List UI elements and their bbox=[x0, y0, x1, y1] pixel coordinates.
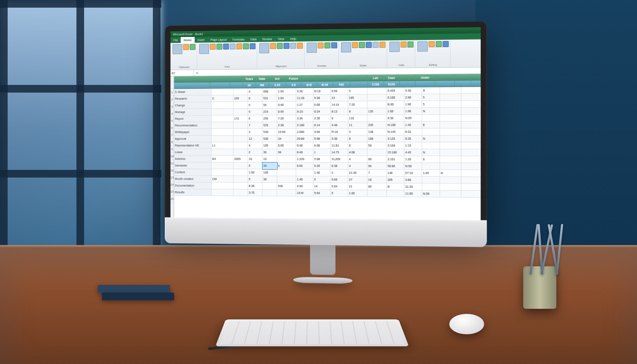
cell[interactable]: 525 bbox=[262, 122, 277, 129]
cell[interactable]: 4 bbox=[248, 142, 262, 149]
row-label[interactable]: Documentation bbox=[174, 182, 211, 189]
cell[interactable]: 1:27 bbox=[296, 102, 313, 108]
cell[interactable]: N bbox=[422, 149, 440, 156]
tab-view[interactable]: View bbox=[275, 36, 287, 42]
cell[interactable]: CM bbox=[211, 176, 234, 183]
cell[interactable] bbox=[211, 169, 234, 176]
cell[interactable]: 0:60 bbox=[296, 163, 313, 169]
cell[interactable] bbox=[234, 109, 248, 116]
cell[interactable] bbox=[461, 156, 481, 163]
column-header[interactable]: C138 bbox=[368, 81, 383, 87]
cell[interactable]: 3:36 bbox=[296, 115, 313, 122]
tab-file[interactable]: File bbox=[170, 37, 180, 43]
cell[interactable]: 6:08 bbox=[313, 142, 331, 149]
column-header[interactable] bbox=[210, 76, 230, 82]
row-header[interactable]: 9 bbox=[170, 146, 174, 153]
ribbon-button-icon[interactable] bbox=[417, 41, 428, 52]
cell[interactable] bbox=[234, 189, 248, 196]
cell[interactable]: 2:30 bbox=[313, 115, 331, 122]
ribbon-button-icon[interactable] bbox=[270, 43, 276, 49]
column-header[interactable] bbox=[230, 76, 243, 82]
cell[interactable] bbox=[440, 183, 461, 191]
ribbon-button-icon[interactable] bbox=[290, 43, 296, 49]
table-row[interactable]: Report17262567:203:362:3001189:36N:05 bbox=[174, 114, 481, 122]
cell[interactable] bbox=[277, 169, 296, 176]
cell[interactable]: 8 bbox=[422, 156, 440, 163]
cell[interactable] bbox=[440, 101, 461, 107]
cell[interactable]: 1:40 bbox=[296, 176, 313, 183]
ribbon-button-icon[interactable] bbox=[331, 42, 337, 48]
cell[interactable]: 16:M bbox=[296, 190, 313, 197]
cell[interactable] bbox=[367, 94, 386, 101]
cell[interactable]: 8 bbox=[422, 121, 440, 128]
cell[interactable]: 105 bbox=[262, 142, 277, 149]
cell[interactable]: 5 bbox=[248, 109, 262, 116]
row-label[interactable]: S Sheet bbox=[174, 89, 211, 96]
cell[interactable]: 0:00 bbox=[277, 142, 296, 149]
cell[interactable]: 5:20 bbox=[313, 163, 331, 169]
cell[interactable]: N:145 bbox=[387, 129, 405, 135]
ribbon-button-icon[interactable] bbox=[190, 44, 196, 50]
cell[interactable]: 7 bbox=[248, 122, 262, 129]
column-header[interactable]: Future bbox=[286, 75, 302, 81]
cell[interactable]: 9:36 bbox=[387, 115, 405, 121]
ribbon-button-icon[interactable] bbox=[380, 42, 386, 48]
cell[interactable]: 2:080 bbox=[296, 129, 313, 135]
cell[interactable]: 14:75 bbox=[331, 149, 348, 156]
cell[interactable]: 1:69 bbox=[422, 170, 440, 177]
row-header[interactable]: 10 bbox=[170, 153, 174, 160]
cell[interactable]: 1 bbox=[313, 149, 331, 156]
ribbon-button-icon[interactable] bbox=[210, 44, 216, 50]
ribbon-button-icon[interactable] bbox=[443, 41, 448, 47]
cell[interactable]: 4:45 bbox=[404, 149, 422, 156]
cell[interactable] bbox=[422, 142, 440, 149]
cell[interactable]: 34 bbox=[262, 163, 277, 169]
ribbon-button-icon[interactable] bbox=[400, 42, 406, 48]
cell[interactable]: 58 bbox=[367, 142, 386, 149]
ribbon-button-icon[interactable] bbox=[372, 42, 378, 48]
column-header[interactable] bbox=[174, 82, 210, 88]
cell[interactable]: XL209 bbox=[331, 156, 348, 163]
tab-help[interactable]: Help bbox=[287, 36, 299, 42]
cell[interactable]: 4 bbox=[277, 163, 296, 169]
cell[interactable] bbox=[234, 149, 248, 156]
cell[interactable] bbox=[234, 162, 248, 169]
row-header[interactable]: 7 bbox=[170, 131, 174, 138]
cell[interactable] bbox=[440, 177, 461, 183]
cell[interactable]: 57:10 bbox=[404, 170, 422, 177]
cell[interactable]: A bbox=[422, 87, 440, 94]
ribbon-button-icon[interactable] bbox=[428, 41, 434, 47]
cell[interactable] bbox=[440, 94, 461, 101]
cell[interactable]: 1:20 bbox=[404, 156, 422, 163]
cell[interactable]: 1:46 bbox=[313, 169, 331, 176]
column-header[interactable]: M6 bbox=[256, 82, 268, 88]
ribbon-button-icon[interactable] bbox=[407, 41, 413, 47]
cell[interactable]: 256 bbox=[262, 115, 277, 122]
cell[interactable]: 18 bbox=[248, 156, 262, 163]
cell[interactable] bbox=[277, 156, 296, 163]
cell[interactable]: 2:180 bbox=[296, 122, 313, 129]
ribbon-button-icon[interactable] bbox=[307, 42, 317, 53]
cell[interactable]: 8:48 bbox=[296, 149, 313, 156]
column-header[interactable]: 3:8 bbox=[286, 82, 302, 87]
cell[interactable] bbox=[461, 121, 481, 128]
cell[interactable] bbox=[296, 169, 313, 176]
row-label[interactable]: Representation HE bbox=[174, 142, 211, 149]
cell[interactable]: 205 bbox=[387, 177, 405, 183]
cell[interactable]: 2005 bbox=[234, 156, 248, 163]
cell[interactable]: 06 bbox=[367, 156, 386, 163]
cell[interactable] bbox=[234, 142, 248, 149]
cell[interactable] bbox=[461, 163, 481, 170]
cell[interactable]: 7 bbox=[367, 169, 386, 176]
cell[interactable]: 11:00 bbox=[404, 190, 422, 197]
cell[interactable]: 008 bbox=[262, 88, 277, 95]
cell[interactable] bbox=[234, 169, 248, 176]
cell[interactable] bbox=[461, 107, 481, 114]
cell[interactable]: 98 bbox=[277, 149, 296, 156]
column-header[interactable] bbox=[435, 81, 455, 87]
cell[interactable]: 235 bbox=[367, 122, 386, 129]
row-label[interactable]: Semester bbox=[174, 162, 211, 169]
cell[interactable] bbox=[422, 163, 440, 170]
cell[interactable]: 936 bbox=[277, 183, 296, 189]
row-header[interactable]: 15 bbox=[170, 188, 174, 195]
